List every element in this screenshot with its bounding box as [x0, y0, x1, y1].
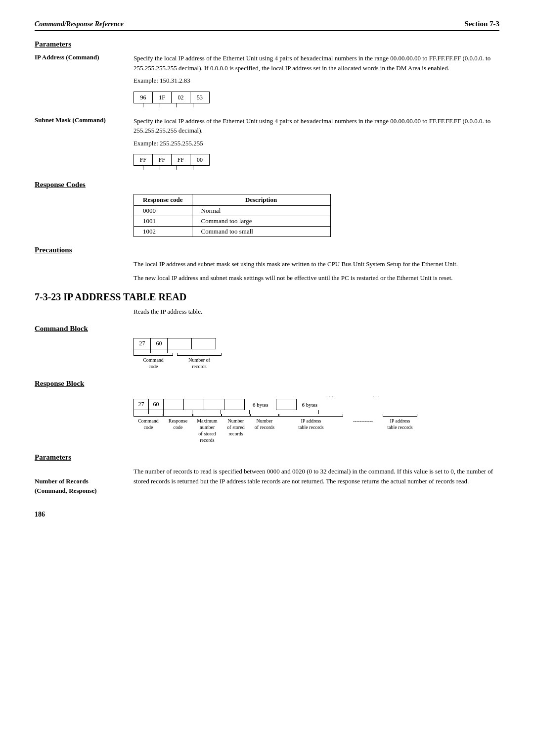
- parameters2-heading: Parameters: [35, 453, 499, 462]
- precautions-section: Precautions The local IP address and sub…: [35, 246, 499, 283]
- ip-hex-cell-1: 1F: [153, 92, 172, 103]
- reads-line: Reads the IP address table.: [134, 308, 499, 316]
- response-code-cell: 1002: [134, 227, 192, 237]
- subnet-hex-cell-0: FF: [134, 154, 153, 165]
- col-description: Description: [192, 194, 330, 206]
- command-block-diagram: 27 60 Commandcode: [134, 338, 499, 370]
- ip-example: Example: 150.31.2.83: [134, 76, 499, 86]
- subnet-hex-diagram: FF FF FF 00: [134, 154, 210, 170]
- response-codes-table: Response code Description 0000Normal1001…: [134, 194, 331, 237]
- ip-address-label: IP Address (Command): [35, 53, 134, 109]
- ip-address-text: Specify the local IP address of the Ethe…: [134, 54, 490, 72]
- command-block-heading: Command Block: [35, 325, 499, 333]
- subnet-hex-cell-1: FF: [153, 154, 172, 165]
- response-codes-section: Response Codes Response code Description…: [35, 181, 499, 237]
- num-records-row: Number of Records(Command, Response) The…: [35, 467, 499, 496]
- num-records-label: Number of Records(Command, Response): [35, 467, 134, 496]
- rb-cell-27: 27: [134, 399, 149, 410]
- command-block-section: Command Block 27 60 Commandcode: [35, 325, 499, 370]
- cmd-cell-27: 27: [134, 338, 151, 349]
- rb-6bytes-2: 6 bytes: [297, 399, 322, 410]
- parameters-heading: Parameters: [35, 40, 499, 48]
- num-records-text: The number of records to read is specifi…: [134, 467, 499, 496]
- ip-hex-cell-0: 96: [134, 92, 153, 103]
- rb-cell-e5: [276, 399, 297, 410]
- parameters2-section: Parameters Number of Records(Command, Re…: [35, 453, 499, 496]
- subnet-hex-cell-3: 00: [190, 154, 209, 165]
- cmd-cell-60: 60: [151, 338, 168, 349]
- description-cell: Normal: [192, 206, 330, 216]
- ip-address-row: IP Address (Command) Specify the local I…: [35, 53, 499, 109]
- ip-hex-diagram: 96 1F 02 53: [134, 92, 210, 107]
- col-response-code: Response code: [134, 194, 192, 206]
- description-cell: Command too small: [192, 227, 330, 237]
- response-codes-heading: Response Codes: [35, 181, 499, 189]
- cmd-cell-empty2: [192, 338, 216, 349]
- description-cell: Command too large: [192, 216, 330, 227]
- header-bar: Command/Response Reference Section 7-3: [35, 20, 499, 31]
- cmd-cell-empty1: [168, 338, 192, 349]
- response-block-heading: Response Block: [35, 379, 499, 388]
- table-row: 1002Command too small: [134, 227, 331, 237]
- subnet-hex-cell-2: FF: [172, 154, 190, 165]
- ip-address-content: Specify the local IP address of the Ethe…: [134, 53, 499, 109]
- precaution-text-2: The new local IP address and subnet mask…: [134, 273, 499, 283]
- footer-page: 186: [35, 511, 499, 519]
- response-block-section: Response Block · · · · · · 27 60: [35, 379, 499, 443]
- response-code-cell: 0000: [134, 206, 192, 216]
- rb-6bytes-1: 6 bytes: [245, 399, 276, 410]
- parameters-section: Parameters IP Address (Command) Specify …: [35, 40, 499, 172]
- subnet-label: Subnet Mask (Command): [35, 116, 134, 172]
- ip-hex-cell-3: 53: [190, 92, 209, 103]
- header-right: Section 7-3: [465, 20, 499, 28]
- big-section-title: 7-3-23 IP ADDRESS TABLE READ: [35, 291, 499, 303]
- rb-cell-e3: [204, 399, 224, 410]
- subnet-text: Specify the local IP address of the Ethe…: [134, 117, 490, 135]
- rb-cell-e2: [184, 399, 204, 410]
- rb-cell-60: 60: [149, 399, 164, 410]
- subnet-content: Specify the local IP address of the Ethe…: [134, 116, 499, 172]
- subnet-example: Example: 255.255.255.255: [134, 139, 499, 148]
- precaution-text-1: The local IP address and subnet mask set…: [134, 259, 499, 269]
- header-left: Command/Response Reference: [35, 20, 124, 28]
- table-row: 0000Normal: [134, 206, 331, 216]
- table-row: 1001Command too large: [134, 216, 331, 227]
- ip-hex-cell-2: 02: [172, 92, 190, 103]
- rb-cell-e4: [224, 399, 244, 410]
- rb-cell-e1: [164, 399, 184, 410]
- precautions-heading: Precautions: [35, 246, 499, 254]
- subnet-mask-row: Subnet Mask (Command) Specify the local …: [35, 116, 499, 172]
- response-code-cell: 1001: [134, 216, 192, 227]
- response-block-diagram: · · · · · · 27 60 6 bytes 6 bytes: [134, 393, 499, 443]
